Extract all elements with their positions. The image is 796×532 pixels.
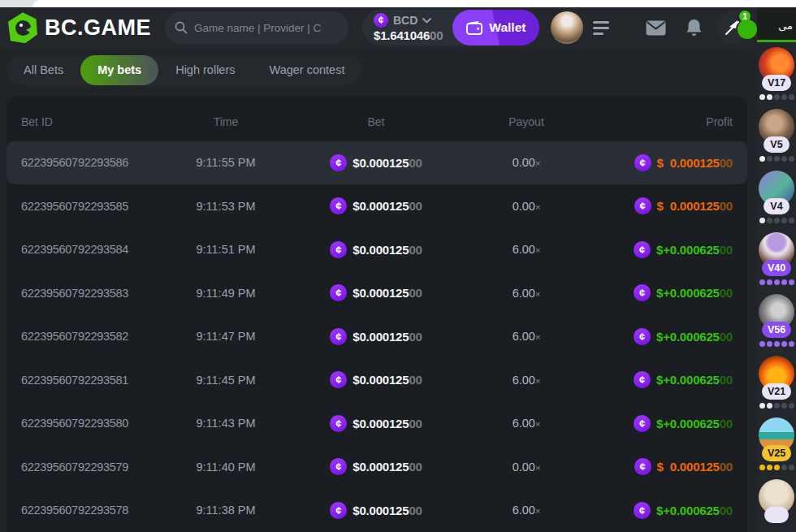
profit-amount: $+0.00062500 <box>656 330 733 344</box>
bet-time: 9:11:51 PM <box>153 243 299 256</box>
currency-selector[interactable]: ¢ BCD $1.64104600 <box>362 13 452 42</box>
vip-player[interactable]: V4 <box>759 171 794 223</box>
vip-progress-dots <box>759 279 794 285</box>
bet-time: 9:11:49 PM <box>153 287 299 300</box>
payout-multiplier: 0.00× <box>453 200 599 213</box>
progress-dot <box>789 279 794 285</box>
my-bets-table: Bet ID Time Bet Payout Profit 6223956079… <box>6 96 747 532</box>
payout-multiplier: 6.00× <box>453 504 599 517</box>
bet-id: 62239560792293580 <box>6 417 153 430</box>
balance-wallet-group: ¢ BCD $1.64104600 <box>362 10 539 45</box>
bcd-coin-icon: ¢ <box>330 502 347 519</box>
mail-icon <box>646 20 666 36</box>
bc-game-logo[interactable]: BC.GAME <box>8 12 151 43</box>
table-row[interactable]: 62239560792293583 9:11:49 PM ¢$0.0001250… <box>6 271 747 315</box>
progress-dot <box>759 403 765 409</box>
vip-progress-dots <box>759 94 794 100</box>
vip-level-badge: V40 <box>762 260 791 276</box>
bcd-coin-icon: ¢ <box>634 502 651 519</box>
bcd-coin-icon: ¢ <box>330 154 347 171</box>
table-row[interactable]: 62239560792293585 9:11:53 PM ¢$0.0001250… <box>6 184 747 228</box>
vip-player[interactable]: V40 <box>759 232 794 285</box>
chat-button[interactable]: 1 <box>716 11 749 44</box>
messages-button[interactable] <box>646 20 666 36</box>
table-row[interactable]: 62239560792293579 9:11:40 PM ¢$0.0001250… <box>6 445 747 489</box>
tab-all-bets[interactable]: All Bets <box>6 55 80 85</box>
progress-dot <box>767 94 772 100</box>
bcd-coin-icon: ¢ <box>634 371 651 388</box>
progress-dot <box>759 156 765 162</box>
wallet-button[interactable]: Wallet <box>452 10 539 45</box>
progress-dot <box>789 341 794 347</box>
vip-player[interactable]: V21 <box>759 356 794 409</box>
table-header-row: Bet ID Time Bet Payout Profit <box>6 102 747 141</box>
progress-dot <box>767 465 772 470</box>
bcd-coin-icon: ¢ <box>634 284 651 301</box>
bet-amount: $0.00012500 <box>353 330 422 344</box>
table-row[interactable]: 62239560792293581 9:11:45 PM ¢$0.0001250… <box>6 358 747 402</box>
progress-dot <box>759 465 765 470</box>
table-row[interactable]: 62239560792293582 9:11:47 PM ¢$0.0001250… <box>6 315 747 359</box>
vip-player[interactable]: V25 <box>759 417 794 470</box>
progress-dot <box>781 94 787 100</box>
bet-id: 62239560792293582 <box>6 330 153 343</box>
vip-player[interactable] <box>759 479 794 523</box>
search-icon <box>175 21 188 34</box>
bet-amount: $0.00012500 <box>353 286 422 300</box>
progress-dot <box>774 94 780 100</box>
tab-high-rollers[interactable]: High rollers <box>158 55 252 85</box>
table-row[interactable]: 62239560792293580 9:11:43 PM ¢$0.0001250… <box>6 402 747 446</box>
bcd-coin-icon: ¢ <box>634 458 651 475</box>
user-menu-icon[interactable] <box>593 21 609 35</box>
vip-player[interactable]: V56 <box>759 294 794 347</box>
vip-level-badge: V4 <box>764 198 790 214</box>
bc-game-logo-icon <box>8 12 37 43</box>
rail-header[interactable]: مى <box>757 7 796 42</box>
tab-my-bets[interactable]: My bets <box>80 55 158 85</box>
progress-dot <box>774 156 780 162</box>
bcd-coin-icon: ¢ <box>330 328 347 345</box>
bet-amount: $0.00012500 <box>353 199 422 213</box>
bet-time: 9:11:45 PM <box>153 374 299 387</box>
progress-dot <box>767 279 772 285</box>
vip-progress-dots <box>759 156 794 162</box>
user-avatar[interactable] <box>551 11 583 44</box>
bet-amount: $0.00012500 <box>353 417 422 430</box>
progress-dot <box>774 279 780 285</box>
table-row[interactable]: 62239560792293584 9:11:51 PM ¢$0.0001250… <box>6 228 747 272</box>
vip-level-badge: V5 <box>764 136 790 153</box>
col-header-profit: Profit <box>599 115 747 128</box>
bcd-coin-icon: ¢ <box>330 371 347 388</box>
payout-multiplier: 0.00× <box>453 461 599 474</box>
progress-dot <box>789 94 794 100</box>
vip-player[interactable]: V17 <box>759 47 794 100</box>
table-row[interactable]: 62239560792293578 9:11:38 PM ¢$0.0001250… <box>6 489 747 532</box>
vip-progress-dots <box>759 403 794 409</box>
game-search[interactable] <box>165 11 348 44</box>
table-row[interactable]: 62239560792293586 9:11:55 PM ¢$0.0001250… <box>6 141 747 185</box>
progress-dot <box>789 218 794 223</box>
logo-text: BC.GAME <box>45 15 151 41</box>
profit-amount: $+0.00062500 <box>656 504 733 517</box>
vip-player[interactable]: V5 <box>759 109 794 162</box>
progress-dot <box>781 465 787 470</box>
progress-dot <box>759 218 765 223</box>
col-header-payout: Payout <box>453 115 599 128</box>
vip-players-rail: مى V17 V5 V4 <box>757 7 796 532</box>
progress-dot <box>767 218 772 223</box>
payout-multiplier: 0.00× <box>453 156 599 169</box>
progress-dot <box>774 341 780 347</box>
notifications-button[interactable] <box>686 19 703 37</box>
bet-amount: $0.00012500 <box>353 504 422 517</box>
search-input[interactable] <box>194 22 332 34</box>
bet-time: 9:11:43 PM <box>153 417 299 430</box>
browser-active-tab[interactable] <box>32 0 796 7</box>
vip-progress-dots <box>759 465 794 470</box>
payout-multiplier: 6.00× <box>453 417 599 430</box>
col-header-bet-id: Bet ID <box>6 115 153 128</box>
tab-wager-contest[interactable]: Wager contest <box>253 55 362 85</box>
vip-level-badge: V25 <box>762 445 791 461</box>
payout-multiplier: 6.00× <box>453 374 599 387</box>
vip-progress-dots <box>759 218 794 223</box>
profit-amount: $+0.00062500 <box>656 286 733 300</box>
